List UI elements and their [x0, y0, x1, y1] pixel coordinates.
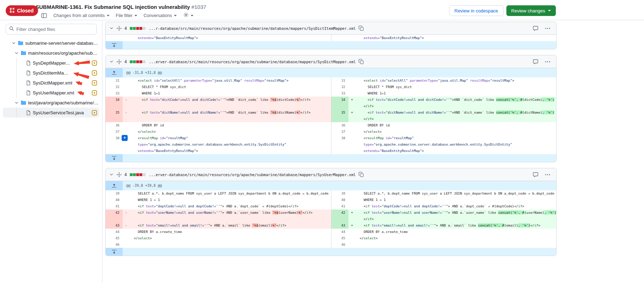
code-text: <if test="dictCode!=null and dictCode!='… — [130, 97, 310, 103]
tree-file-sysuserservicetest-java[interactable]: SysUserServiceTest.java — [3, 108, 99, 118]
diff-line-right-45: 45 </select> — [331, 235, 557, 241]
diff-line-left-42: 42- <if test="userName!=null and userNam… — [106, 209, 331, 222]
line-number[interactable]: 37 — [331, 129, 348, 135]
collapse-sidebar-icon[interactable] — [41, 13, 47, 18]
tree-dir-test-java-org-apache-submarine-s[interactable]: test/java/org/apache/submarine/s... — [3, 98, 99, 108]
copy-path-icon[interactable] — [358, 172, 364, 177]
tree-file-sysdictmapper-xml[interactable]: SysDictMapper.xml — [3, 78, 99, 88]
line-number[interactable]: 32 — [331, 84, 348, 90]
file-filter-dropdown[interactable]: File filter — [116, 13, 137, 18]
kebab-menu-icon[interactable] — [545, 59, 550, 65]
line-number[interactable]: 43 — [106, 222, 123, 229]
collapse-diff-chevron-icon[interactable] — [109, 59, 114, 64]
diff-line-left: extends="BaseEntityResultMap"> — [106, 35, 331, 41]
diff-file-header: 4...r-database/src/main/resources/org/ap… — [106, 22, 556, 35]
line-number[interactable]: 37 — [106, 129, 123, 135]
line-number[interactable]: 45 — [106, 235, 123, 241]
file-path: ...r-database/src/main/resources/org/apa… — [149, 26, 356, 31]
line-number[interactable]: 44 — [331, 229, 348, 235]
diff-marker — [348, 216, 356, 222]
changes-from-dropdown[interactable]: Changes from all commits — [53, 13, 110, 18]
code-text: <if test="userName!=null and userName!='… — [130, 209, 313, 216]
diff-line-left-35: 35- <if test="dictName!=null and dictNam… — [106, 109, 331, 122]
line-number[interactable]: 45 — [331, 235, 348, 241]
diff-marker — [348, 235, 356, 241]
comment-icon[interactable] — [533, 26, 538, 31]
diff-line-right-36: 36 ORDER BY id — [331, 122, 557, 129]
line-number[interactable]: 41 — [331, 203, 348, 209]
diff-row: 37 </select>37 </select> — [106, 129, 556, 135]
expand-down-button[interactable] — [106, 154, 123, 162]
tree-item-label: SysUserMapper.xml — [33, 90, 74, 96]
copy-path-icon[interactable] — [358, 59, 364, 64]
file-modified-icon — [92, 60, 97, 66]
line-number[interactable]: 36 — [331, 122, 348, 129]
diff-marker: - — [123, 209, 130, 216]
diff-row: 35- <if test="dictName!=null and dictNam… — [106, 109, 556, 122]
line-number[interactable]: 39 — [106, 190, 123, 197]
line-number[interactable]: 43 — [331, 222, 348, 229]
line-number[interactable]: 32 — [106, 84, 123, 90]
diff-row: 45 </select>45 </select> — [106, 235, 556, 241]
tree-file-sysdeptmapper-xml[interactable]: SysDeptMapper.xml — [3, 58, 99, 68]
copy-path-icon[interactable] — [358, 26, 364, 31]
line-number[interactable]: 41 — [106, 203, 123, 209]
drag-handle-icon[interactable] — [117, 172, 122, 177]
line-number[interactable]: 38+ — [106, 135, 123, 154]
line-number[interactable]: 36 — [106, 122, 123, 129]
line-number[interactable] — [106, 35, 123, 41]
line-number[interactable]: 33 — [331, 90, 348, 97]
line-number[interactable] — [331, 35, 348, 41]
diffstat-blocks — [130, 27, 145, 30]
line-number[interactable]: 44 — [106, 229, 123, 235]
line-number[interactable]: 40 — [331, 197, 348, 203]
diff-settings-gear[interactable] — [183, 12, 193, 19]
kebab-menu-icon[interactable] — [545, 172, 550, 178]
tree-file-sysusermapper-xml[interactable]: SysUserMapper.xml — [3, 88, 99, 98]
line-number[interactable]: 31 — [106, 77, 123, 84]
expand-down-button[interactable] — [106, 41, 123, 49]
line-number[interactable]: 34 — [331, 97, 348, 109]
line-number[interactable]: 42 — [331, 209, 348, 222]
file-modified-icon — [92, 110, 97, 115]
tree-dir-main-resources-org-apache-subm[interactable]: main/resources/org/apache/subm... — [3, 48, 99, 58]
comment-icon[interactable] — [533, 172, 538, 178]
expand-up-button[interactable] — [106, 181, 123, 190]
line-number[interactable]: 40 — [106, 197, 123, 203]
line-number[interactable]: 42 — [106, 209, 123, 222]
line-number[interactable]: 46 — [106, 241, 123, 248]
diff-marker: + — [348, 209, 356, 216]
page-title: SUBMARINE-1361. Fix Submarine SQL inject… — [36, 4, 190, 10]
comment-icon[interactable] — [533, 59, 538, 65]
expand-down-button[interactable] — [106, 248, 123, 256]
drag-handle-icon[interactable] — [117, 26, 122, 31]
kebab-menu-icon[interactable] — [545, 26, 550, 31]
review-changes-button[interactable]: Review changes — [506, 5, 556, 16]
line-number[interactable]: 35 — [331, 109, 348, 122]
diff-body: @@ -31,8 +31,8 @@31 <select id="selectAl… — [106, 68, 556, 162]
line-number[interactable]: 31 — [331, 77, 348, 84]
collapse-diff-chevron-icon[interactable] — [109, 172, 114, 177]
conversations-dropdown[interactable]: Conversations — [144, 13, 177, 18]
filter-changed-files-input[interactable] — [16, 27, 87, 32]
expand-up-button[interactable] — [106, 68, 123, 77]
diff-line-right-35: 35+ <if test="dictName!=null and dictNam… — [331, 109, 557, 122]
collapse-diff-chevron-icon[interactable] — [109, 26, 114, 31]
pr-number: #1037 — [191, 4, 206, 10]
file-modified-icon — [92, 80, 97, 86]
diff-line-right-39: 39 SELECT a.*, b.dept_name FROM sys_user… — [331, 190, 557, 197]
line-number[interactable]: 34 — [106, 97, 123, 109]
line-number[interactable]: 33 — [106, 90, 123, 97]
line-number[interactable]: 35 — [106, 109, 123, 122]
tree-file-sysdictitemmapper-xml[interactable]: SysDictItemMapper.xml — [3, 68, 99, 78]
review-in-codespace-button[interactable]: Review in codespace — [449, 5, 504, 16]
add-line-comment-button[interactable]: + — [122, 135, 128, 141]
diff-row: 41 <if test="deptCode!=null and deptCode… — [106, 203, 556, 209]
drag-handle-icon[interactable] — [117, 59, 122, 64]
line-number[interactable]: 46 — [331, 241, 348, 248]
diff-marker: + — [348, 97, 356, 103]
line-number[interactable]: 38 — [331, 135, 348, 154]
line-number[interactable]: 39 — [331, 190, 348, 197]
pr-header: Closed SUBMARINE-1361. Fix Submarine SQL… — [0, 0, 644, 20]
tree-dir-submarine-server-server-database[interactable]: submarine-server/server-database/... — [3, 38, 99, 48]
